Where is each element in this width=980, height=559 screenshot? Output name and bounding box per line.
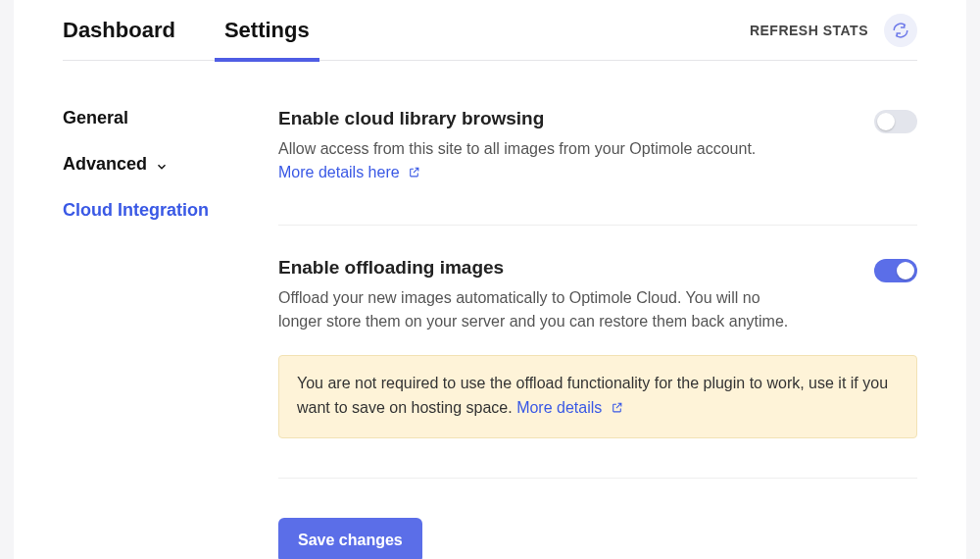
tab-dashboard[interactable]: Dashboard [63, 0, 175, 61]
offload-notice: You are not required to use the offload … [278, 355, 917, 438]
sidebar-item-general[interactable]: General [63, 108, 239, 128]
cloud-library-toggle[interactable] [874, 110, 917, 133]
setting-description: Allow access from this site to all image… [278, 137, 756, 185]
setting-title: Enable offloading images [278, 257, 808, 279]
offloading-toggle[interactable] [874, 259, 917, 282]
refresh-stats-button[interactable]: REFRESH STATS [750, 23, 868, 38]
setting-cloud-library: Enable cloud library browsing Allow acce… [278, 108, 917, 226]
chevron-down-icon [155, 158, 169, 172]
save-button[interactable]: Save changes [278, 518, 422, 559]
setting-offloading: Enable offloading images Offload your ne… [278, 226, 917, 479]
sidebar-item-label: General [63, 108, 128, 128]
actions-row: Save changes [278, 518, 917, 559]
refresh-icon[interactable] [884, 14, 917, 47]
tabs: Dashboard Settings [63, 0, 310, 61]
settings-content: Enable cloud library browsing Allow acce… [278, 108, 917, 559]
settings-sidebar: General Advanced Cloud Integration [63, 108, 239, 559]
topbar: Dashboard Settings REFRESH STATS [63, 0, 917, 61]
sidebar-item-label: Advanced [63, 154, 147, 175]
sidebar-item-advanced[interactable]: Advanced [63, 154, 239, 175]
notice-more-details-link[interactable]: More details [516, 399, 623, 416]
external-link-icon [408, 162, 420, 185]
external-link-icon [611, 397, 623, 422]
tab-settings[interactable]: Settings [224, 0, 310, 61]
setting-description: Offload your new images automatically to… [278, 286, 808, 333]
sidebar-item-label: Cloud Integration [63, 200, 209, 221]
more-details-link[interactable]: More details here [278, 164, 420, 180]
setting-title: Enable cloud library browsing [278, 108, 756, 129]
sidebar-item-cloud-integration[interactable]: Cloud Integration [63, 200, 239, 221]
